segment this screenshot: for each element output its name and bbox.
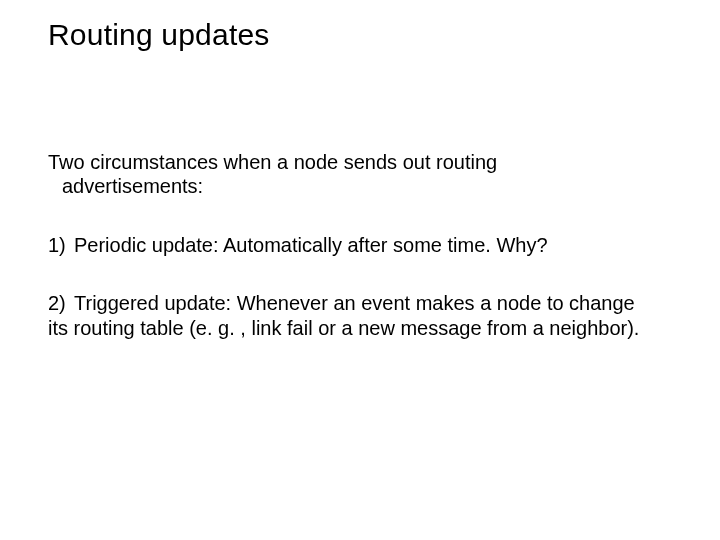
list-item: 2)Triggered update: Whenever an event ma… bbox=[48, 291, 660, 340]
intro-text: Two circumstances when a node sends out … bbox=[48, 150, 660, 199]
item-text: Periodic update: Automatically after som… bbox=[74, 234, 548, 256]
intro-line2: advertisements: bbox=[48, 175, 203, 197]
slide-body: Two circumstances when a node sends out … bbox=[48, 150, 660, 374]
list-item: 1)Periodic update: Automatically after s… bbox=[48, 233, 660, 257]
item-number: 1) bbox=[48, 233, 74, 257]
slide-title: Routing updates bbox=[48, 18, 270, 52]
intro-line1: Two circumstances when a node sends out … bbox=[48, 151, 497, 173]
item-number: 2) bbox=[48, 291, 74, 315]
slide: Routing updates Two circumstances when a… bbox=[0, 0, 720, 540]
item-text: Triggered update: Whenever an event make… bbox=[48, 292, 639, 338]
